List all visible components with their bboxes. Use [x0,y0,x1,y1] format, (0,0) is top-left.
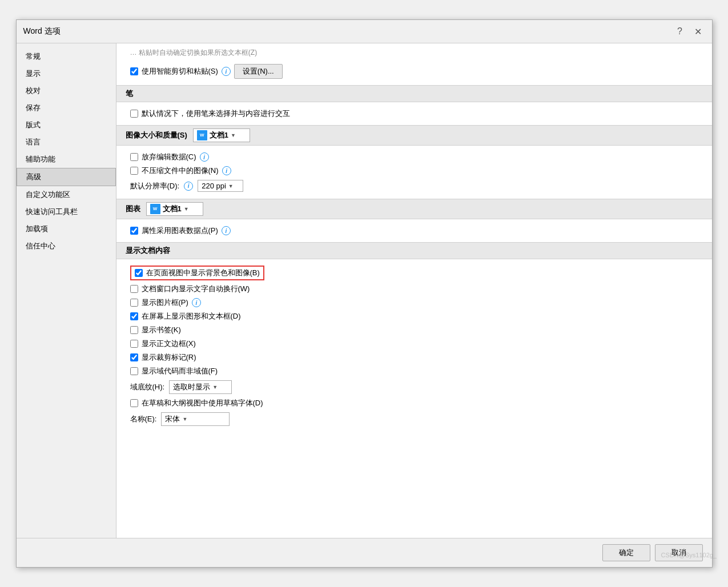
pen-default-checkbox[interactable] [130,110,138,118]
section-chart-content: 属性采用图表数据点(P) i [116,219,712,242]
show-shapes-row: 在屏幕上显示图形和文本框(D) [130,309,698,323]
show-crop-marks-checkbox[interactable] [130,353,138,361]
show-field-codes-checkbox[interactable] [130,367,138,375]
image-dropdown-arrow: ▼ [231,132,236,138]
dpi-value: 220 ppi [202,182,226,190]
content-scroll[interactable]: … 粘贴时自动确定切换如果所选文本框(Z) 使用智能剪切和粘贴(S) i 设置(… [116,43,712,538]
draft-font-row: 在草稿和大纲视图中使用草稿字体(D) [130,396,698,410]
field-shading-label: 域底纹(H): [130,382,165,392]
field-shading-dropdown[interactable]: 选取时显示 ▼ [169,380,232,394]
sidebar-item-trust-center[interactable]: 信任中心 [17,238,116,255]
text-wrap-checkbox[interactable] [130,285,138,293]
no-compress-checkbox[interactable] [130,167,138,175]
chart-section-label: 图表 [126,204,140,214]
sidebar-item-accessibility[interactable]: 辅助功能 [17,151,116,168]
discard-edit-row: 放弃编辑数据(C) i [130,150,698,164]
font-name-label: 名称(E): [130,414,157,424]
discard-edit-checkbox[interactable] [130,153,138,161]
no-compress-row: 不压缩文件中的图像(N) i [130,164,698,178]
sidebar: 常规 显示 校对 保存 版式 语言 辅助功能 高级 自定义功能区 快速访问工具栏… [17,43,116,538]
no-compress-info-icon[interactable]: i [222,166,231,175]
section-display-header: 显示文档内容 [116,242,712,259]
no-compress-label: 不压缩文件中的图像(N) [142,166,219,176]
sidebar-item-general[interactable]: 常规 [17,48,116,65]
show-picture-label: 显示图片框(P) [142,297,188,308]
font-name-dropdown-arrow: ▼ [182,416,187,422]
image-doc-icon: W [197,130,207,140]
dialog-body: 常规 显示 校对 保存 版式 语言 辅助功能 高级 自定义功能区 快速访问工具栏… [17,43,712,538]
sidebar-item-layout[interactable]: 版式 [17,116,116,134]
sidebar-item-quick-access[interactable]: 快速访问工具栏 [17,203,116,220]
text-wrap-row: 文档窗口内显示文字自动换行(W) [130,282,698,296]
font-name-value: 宋体 [165,414,180,424]
title-bar: Word 选项 ? ✕ [17,20,712,43]
font-name-dropdown[interactable]: 宋体 ▼ [161,412,230,426]
sidebar-item-display[interactable]: 显示 [17,65,116,82]
chart-data-point-info-icon[interactable]: i [222,226,231,235]
discard-edit-info-icon[interactable]: i [200,152,209,162]
confirm-button[interactable]: 确定 [602,544,650,561]
dpi-label: 默认分辨率(D): [130,181,180,191]
section-chart-header: 图表 W 文档1 ▼ [116,199,712,219]
show-shapes-checkbox[interactable] [130,312,138,320]
image-doc-text: 文档1 [210,130,228,140]
show-text-border-checkbox[interactable] [130,340,138,348]
sidebar-item-proofing[interactable]: 校对 [17,82,116,99]
show-picture-info-icon[interactable]: i [192,298,201,307]
dpi-row: 默认分辨率(D): i 220 ppi ▼ [130,178,698,194]
word-options-dialog: Word 选项 ? ✕ 常规 显示 校对 保存 版式 语言 辅助功能 高级 自定… [16,19,713,568]
smart-cut-info-icon[interactable]: i [222,67,231,76]
show-shapes-label: 在屏幕上显示图形和文本框(D) [142,311,241,321]
top-partial-section: … 粘贴时自动确定切换如果所选文本框(Z) 使用智能剪切和粘贴(S) i 设置(… [116,43,712,85]
show-crop-marks-label: 显示裁剪标记(R) [142,352,196,363]
show-bookmarks-label: 显示书签(K) [142,325,181,335]
show-bookmarks-checkbox[interactable] [130,326,138,334]
settings-button[interactable]: 设置(N)... [234,64,283,79]
dialog-footer: CSDN@Sys1102g_ 确定 取消 [17,538,712,567]
title-actions: ? ✕ [673,25,705,38]
help-button[interactable]: ? [673,25,687,38]
dpi-dropdown-arrow: ▼ [228,183,234,189]
highlighted-container: 在页面视图中显示背景色和图像(B) [130,266,264,280]
discard-edit-label: 放弃编辑数据(C) [142,152,196,162]
show-text-border-label: 显示正文边框(X) [142,339,196,349]
section-pen-content: 默认情况下，使用笔来选择并与内容进行交互 [116,102,712,125]
cut-off-text: … 粘贴时自动确定切换如果所选文本框(Z) [130,48,698,58]
section-chart: 图表 W 文档1 ▼ 属性采用图表数据点(P) i [116,199,712,242]
chart-data-point-label: 属性采用图表数据点(P) [142,226,218,236]
chart-data-point-row: 属性采用图表数据点(P) i [130,224,698,238]
close-button[interactable]: ✕ [691,25,705,38]
chart-data-point-checkbox[interactable] [130,227,138,235]
show-background-checkbox[interactable] [135,269,143,277]
text-wrap-label: 文档窗口内显示文字自动换行(W) [142,284,250,294]
section-display-content: 显示文档内容 在页面视图中显示背景色和图像(B) 文档窗口内显示文字自动换行(W… [116,242,712,433]
chart-doc-dropdown[interactable]: W 文档1 ▼ [146,202,203,216]
show-bookmarks-row: 显示书签(K) [130,323,698,337]
show-picture-row: 显示图片框(P) i [130,296,698,309]
sidebar-item-language[interactable]: 语言 [17,134,116,151]
image-doc-dropdown[interactable]: W 文档1 ▼ [193,128,250,142]
section-pen-header: 笔 [116,85,712,102]
chart-doc-icon: W [150,204,160,214]
smart-cut-row: 使用智能剪切和粘贴(S) i 设置(N)... [130,62,698,81]
pen-default-row: 默认情况下，使用笔来选择并与内容进行交互 [130,107,698,120]
dpi-dropdown[interactable]: 220 ppi ▼ [198,180,243,192]
smart-cut-checkbox[interactable] [130,67,138,75]
show-background-label: 在页面视图中显示背景色和图像(B) [146,268,260,278]
show-background-row: 在页面视图中显示背景色和图像(B) [130,264,698,282]
field-shading-row: 域底纹(H): 选取时显示 ▼ [130,378,698,396]
sidebar-item-advanced[interactable]: 高级 [17,168,116,186]
field-shading-value: 选取时显示 [173,382,210,392]
dpi-info-icon[interactable]: i [184,182,193,191]
section-image-header: 图像大小和质量(S) W 文档1 ▼ [116,125,712,146]
show-crop-marks-row: 显示裁剪标记(R) [130,351,698,364]
show-picture-checkbox[interactable] [130,299,138,307]
section-display-content-body: 在页面视图中显示背景色和图像(B) 文档窗口内显示文字自动换行(W) 显示图片框… [116,259,712,433]
content-area: … 粘贴时自动确定切换如果所选文本框(Z) 使用智能剪切和粘贴(S) i 设置(… [116,43,712,538]
show-field-codes-label: 显示域代码而非域值(F) [142,366,218,376]
draft-font-checkbox[interactable] [130,399,138,407]
sidebar-item-customize-ribbon[interactable]: 自定义功能区 [17,186,116,203]
sidebar-item-save[interactable]: 保存 [17,99,116,116]
sidebar-item-addins[interactable]: 加载项 [17,220,116,238]
field-shading-dropdown-arrow: ▼ [212,384,218,390]
